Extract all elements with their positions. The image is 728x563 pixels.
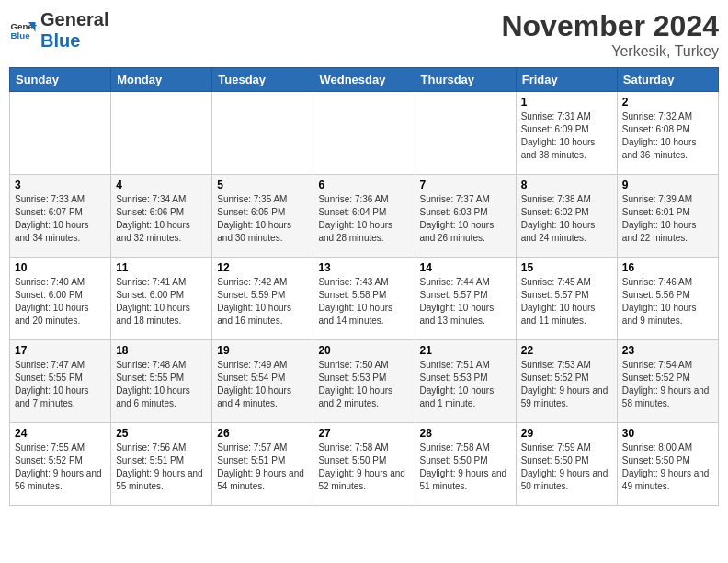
calendar: Sunday Monday Tuesday Wednesday Thursday…: [9, 67, 719, 506]
day-cell-4-1: 25Sunrise: 7:56 AM Sunset: 5:51 PM Dayli…: [111, 423, 212, 506]
location: Yerkesik, Turkey: [501, 43, 719, 60]
day-number: 26: [217, 427, 308, 440]
day-info: Sunrise: 7:35 AM Sunset: 6:05 PM Dayligh…: [217, 193, 308, 245]
day-info: Sunrise: 7:36 AM Sunset: 6:04 PM Dayligh…: [318, 193, 409, 245]
header-tuesday: Tuesday: [212, 68, 313, 92]
day-number: 6: [318, 178, 409, 191]
day-info: Sunrise: 7:51 AM Sunset: 5:53 PM Dayligh…: [420, 359, 511, 410]
day-cell-4-4: 28Sunrise: 7:58 AM Sunset: 5:50 PM Dayli…: [415, 423, 516, 506]
day-number: 27: [318, 427, 409, 440]
day-number: 5: [217, 178, 308, 191]
day-info: Sunrise: 7:38 AM Sunset: 6:02 PM Dayligh…: [521, 193, 612, 245]
header-monday: Monday: [111, 68, 212, 92]
day-info: Sunrise: 7:39 AM Sunset: 6:01 PM Dayligh…: [622, 193, 713, 245]
day-info: Sunrise: 8:00 AM Sunset: 5:50 PM Dayligh…: [622, 442, 713, 493]
day-info: Sunrise: 7:34 AM Sunset: 6:06 PM Dayligh…: [116, 193, 207, 245]
day-cell-1-6: 9Sunrise: 7:39 AM Sunset: 6:01 PM Daylig…: [617, 175, 718, 258]
day-info: Sunrise: 7:37 AM Sunset: 6:03 PM Dayligh…: [420, 193, 511, 245]
day-cell-3-2: 19Sunrise: 7:49 AM Sunset: 5:54 PM Dayli…: [212, 340, 313, 423]
day-number: 8: [521, 178, 612, 191]
day-info: Sunrise: 7:49 AM Sunset: 5:54 PM Dayligh…: [217, 359, 308, 410]
day-number: 7: [420, 178, 511, 191]
day-cell-2-4: 14Sunrise: 7:44 AM Sunset: 5:57 PM Dayli…: [415, 258, 516, 340]
day-number: 3: [15, 178, 106, 191]
day-info: Sunrise: 7:58 AM Sunset: 5:50 PM Dayligh…: [318, 442, 409, 493]
day-number: 2: [622, 96, 713, 109]
day-cell-4-5: 29Sunrise: 7:59 AM Sunset: 5:50 PM Dayli…: [516, 423, 617, 506]
day-number: 19: [217, 344, 308, 357]
day-cell-0-5: 1Sunrise: 7:31 AM Sunset: 6:09 PM Daylig…: [516, 92, 617, 175]
page-header: General Blue General Blue November 2024 …: [9, 9, 719, 60]
day-info: Sunrise: 7:56 AM Sunset: 5:51 PM Dayligh…: [116, 442, 207, 493]
logo-general: General: [40, 9, 108, 30]
day-number: 11: [116, 261, 207, 274]
header-wednesday: Wednesday: [313, 68, 415, 92]
day-number: 1: [521, 96, 612, 109]
day-info: Sunrise: 7:42 AM Sunset: 5:59 PM Dayligh…: [217, 276, 308, 327]
day-info: Sunrise: 7:46 AM Sunset: 5:56 PM Dayligh…: [622, 276, 713, 327]
logo: General Blue General Blue: [9, 9, 108, 52]
day-number: 24: [15, 427, 106, 440]
day-cell-1-4: 7Sunrise: 7:37 AM Sunset: 6:03 PM Daylig…: [415, 175, 516, 258]
day-info: Sunrise: 7:59 AM Sunset: 5:50 PM Dayligh…: [521, 442, 612, 493]
day-number: 16: [622, 261, 713, 274]
day-info: Sunrise: 7:55 AM Sunset: 5:52 PM Dayligh…: [15, 442, 106, 493]
day-number: 10: [15, 261, 106, 274]
day-number: 12: [217, 261, 308, 274]
day-cell-4-3: 27Sunrise: 7:58 AM Sunset: 5:50 PM Dayli…: [313, 423, 415, 506]
day-number: 22: [521, 344, 612, 357]
svg-text:Blue: Blue: [11, 30, 31, 40]
day-number: 17: [15, 344, 106, 357]
day-cell-1-5: 8Sunrise: 7:38 AM Sunset: 6:02 PM Daylig…: [516, 175, 617, 258]
day-number: 9: [622, 178, 713, 191]
day-number: 30: [622, 427, 713, 440]
day-number: 23: [622, 344, 713, 357]
day-cell-0-2: [212, 92, 313, 175]
day-info: Sunrise: 7:54 AM Sunset: 5:52 PM Dayligh…: [622, 359, 713, 410]
header-saturday: Saturday: [617, 68, 718, 92]
day-info: Sunrise: 7:50 AM Sunset: 5:53 PM Dayligh…: [318, 359, 409, 410]
day-cell-2-5: 15Sunrise: 7:45 AM Sunset: 5:57 PM Dayli…: [516, 258, 617, 340]
day-number: 14: [420, 261, 511, 274]
header-friday: Friday: [516, 68, 617, 92]
day-info: Sunrise: 7:53 AM Sunset: 5:52 PM Dayligh…: [521, 359, 612, 410]
week-row-3: 17Sunrise: 7:47 AM Sunset: 5:55 PM Dayli…: [10, 340, 719, 423]
day-number: 25: [116, 427, 207, 440]
day-number: 15: [521, 261, 612, 274]
day-cell-3-4: 21Sunrise: 7:51 AM Sunset: 5:53 PM Dayli…: [415, 340, 516, 423]
day-cell-0-3: [313, 92, 415, 175]
day-info: Sunrise: 7:48 AM Sunset: 5:55 PM Dayligh…: [116, 359, 207, 410]
week-row-1: 3Sunrise: 7:33 AM Sunset: 6:07 PM Daylig…: [10, 175, 719, 258]
day-cell-4-6: 30Sunrise: 8:00 AM Sunset: 5:50 PM Dayli…: [617, 423, 718, 506]
day-cell-0-6: 2Sunrise: 7:32 AM Sunset: 6:08 PM Daylig…: [617, 92, 718, 175]
day-info: Sunrise: 7:45 AM Sunset: 5:57 PM Dayligh…: [521, 276, 612, 327]
day-cell-3-0: 17Sunrise: 7:47 AM Sunset: 5:55 PM Dayli…: [10, 340, 111, 423]
day-info: Sunrise: 7:31 AM Sunset: 6:09 PM Dayligh…: [521, 110, 612, 162]
day-info: Sunrise: 7:40 AM Sunset: 6:00 PM Dayligh…: [15, 276, 106, 327]
logo-icon: General Blue: [9, 17, 37, 44]
month-title: November 2024: [501, 9, 719, 43]
day-cell-3-5: 22Sunrise: 7:53 AM Sunset: 5:52 PM Dayli…: [516, 340, 617, 423]
day-cell-1-1: 4Sunrise: 7:34 AM Sunset: 6:06 PM Daylig…: [111, 175, 212, 258]
day-cell-2-6: 16Sunrise: 7:46 AM Sunset: 5:56 PM Dayli…: [617, 258, 718, 340]
day-info: Sunrise: 7:43 AM Sunset: 5:58 PM Dayligh…: [318, 276, 409, 327]
day-cell-1-0: 3Sunrise: 7:33 AM Sunset: 6:07 PM Daylig…: [10, 175, 111, 258]
day-number: 28: [420, 427, 511, 440]
day-number: 20: [318, 344, 409, 357]
day-info: Sunrise: 7:57 AM Sunset: 5:51 PM Dayligh…: [217, 442, 308, 493]
day-cell-3-3: 20Sunrise: 7:50 AM Sunset: 5:53 PM Dayli…: [313, 340, 415, 423]
header-thursday: Thursday: [415, 68, 516, 92]
day-cell-3-6: 23Sunrise: 7:54 AM Sunset: 5:52 PM Dayli…: [617, 340, 718, 423]
day-info: Sunrise: 7:33 AM Sunset: 6:07 PM Dayligh…: [15, 193, 106, 245]
day-number: 13: [318, 261, 409, 274]
week-row-4: 24Sunrise: 7:55 AM Sunset: 5:52 PM Dayli…: [10, 423, 719, 506]
day-cell-0-1: [111, 92, 212, 175]
day-cell-0-0: [10, 92, 111, 175]
day-cell-2-0: 10Sunrise: 7:40 AM Sunset: 6:00 PM Dayli…: [10, 258, 111, 340]
day-number: 4: [116, 178, 207, 191]
header-sunday: Sunday: [10, 68, 111, 92]
day-cell-4-2: 26Sunrise: 7:57 AM Sunset: 5:51 PM Dayli…: [212, 423, 313, 506]
day-info: Sunrise: 7:58 AM Sunset: 5:50 PM Dayligh…: [420, 442, 511, 493]
weekday-header-row: Sunday Monday Tuesday Wednesday Thursday…: [10, 68, 719, 92]
day-cell-1-3: 6Sunrise: 7:36 AM Sunset: 6:04 PM Daylig…: [313, 175, 415, 258]
